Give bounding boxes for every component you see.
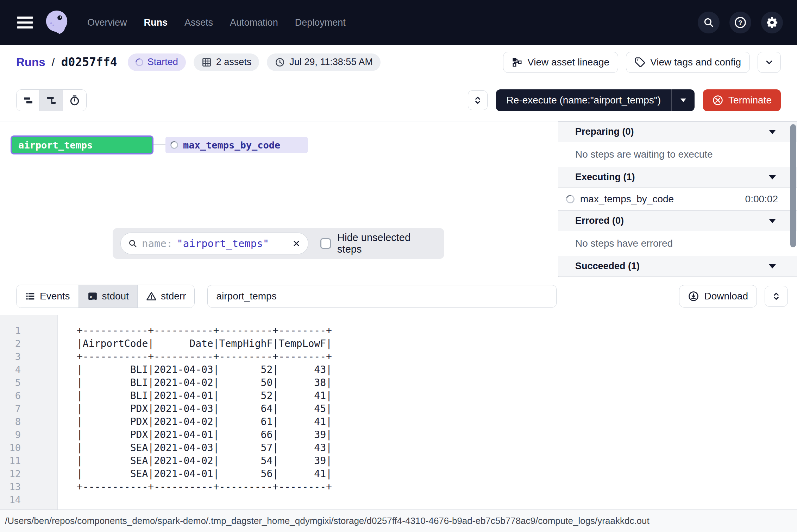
breadcrumb-runs-link[interactable]: Runs <box>16 56 45 69</box>
zoom-fit-button[interactable] <box>468 90 488 110</box>
download-icon <box>688 291 699 302</box>
log-toolbar: Events >_ stdout stderr Download <box>0 277 797 315</box>
spinner-icon <box>134 57 145 68</box>
toolbar-actions: Re-execute (name:"airport_temps") Termin… <box>468 89 781 111</box>
log-line: 9| PDX|2021-04-01| 66| 39| <box>0 428 797 441</box>
log-expand-button[interactable] <box>765 286 788 307</box>
cancel-circle-icon <box>712 95 723 106</box>
view-toggle-group <box>16 89 87 111</box>
tab-stdout[interactable]: >_ stdout <box>79 285 138 308</box>
breadcrumb: Runs / d0257ff4 <box>16 55 117 69</box>
assets-badge[interactable]: 2 assets <box>194 53 259 71</box>
graph-node-max-temps-by-code[interactable]: max_temps_by_code <box>165 137 308 153</box>
log-line: 13+-----------+----------+---------+----… <box>0 480 797 493</box>
settings-button[interactable] <box>761 12 783 33</box>
expand-vertical-icon <box>473 95 483 105</box>
log-viewer: 1+-----------+----------+---------+-----… <box>0 315 797 509</box>
search-icon <box>128 239 138 248</box>
grid-icon <box>201 57 212 68</box>
view-tags-config-button[interactable]: View tags and config <box>626 52 750 73</box>
hide-unselected-checkbox[interactable] <box>320 238 331 249</box>
nav-item-deployment[interactable]: Deployment <box>295 17 346 28</box>
reexecute-button[interactable]: Re-execute (name:"airport_temps") <box>496 89 672 111</box>
step-filter-input[interactable]: name: "airport_temps" <box>120 233 308 254</box>
help-icon: ? <box>734 16 747 29</box>
collapse-triangle-icon <box>769 130 776 134</box>
header-more-button[interactable] <box>758 52 781 73</box>
lineage-icon <box>512 57 522 68</box>
view-toggle-timer[interactable] <box>63 90 86 111</box>
log-line: 11| SEA|2021-04-02| 54| 39| <box>0 454 797 467</box>
terminate-button[interactable]: Terminate <box>703 89 781 111</box>
nav-item-runs[interactable]: Runs <box>144 17 168 28</box>
app-root: Overview Runs Assets Automation Deployme… <box>0 0 797 532</box>
help-button[interactable]: ? <box>729 12 751 33</box>
reexecute-split-button: Re-execute (name:"airport_temps") <box>496 89 695 111</box>
dagster-logo[interactable] <box>43 9 70 36</box>
section-succeeded[interactable]: Succeeded (1) <box>558 256 797 277</box>
nav-actions: ? <box>698 12 783 33</box>
log-line: 12| SEA|2021-04-01| 56| 41| <box>0 467 797 480</box>
section-preparing[interactable]: Preparing (0) <box>558 121 797 142</box>
header-actions: View asset lineage View tags and config <box>503 52 781 73</box>
collapse-triangle-icon <box>769 264 776 268</box>
terminal-icon: >_ <box>87 291 98 302</box>
close-icon <box>292 239 301 248</box>
search-button[interactable] <box>698 12 720 33</box>
chevron-down-icon <box>764 57 774 68</box>
log-line: 10| SEA|2021-04-03| 57| 43| <box>0 441 797 454</box>
view-toggle-waterfall[interactable] <box>40 90 63 111</box>
hamburger-menu-icon[interactable] <box>17 17 33 28</box>
view-asset-lineage-button[interactable]: View asset lineage <box>503 52 618 73</box>
log-toolbar-actions: Download <box>679 285 788 308</box>
filter-query-prefix: name: <box>142 238 172 249</box>
caret-down-icon <box>680 99 686 102</box>
download-button[interactable]: Download <box>679 285 757 308</box>
steps-panel: Preparing (0) No steps are waiting to ex… <box>558 121 797 277</box>
clock-icon <box>275 57 285 68</box>
spinner-icon <box>565 193 576 205</box>
timestamp-badge: Jul 29, 11:38:55 AM <box>267 53 381 71</box>
log-line: 4| BLI|2021-04-03| 52| 43| <box>0 363 797 376</box>
graph-node-airport-temps[interactable]: airport_temps <box>11 135 153 154</box>
preparing-empty-text: No steps are waiting to execute <box>558 142 797 167</box>
hide-unselected-steps: Hide unselected steps <box>320 232 437 255</box>
graph-edge <box>153 144 165 145</box>
steps-panel-scrollbar[interactable] <box>790 124 796 247</box>
search-icon <box>703 17 715 28</box>
section-errored[interactable]: Errored (0) <box>558 210 797 231</box>
log-line: 14 <box>0 493 797 506</box>
nav-item-assets[interactable]: Assets <box>184 17 213 28</box>
run-header: Runs / d0257ff4 Started 2 assets Jul 29,… <box>0 45 797 79</box>
execution-graph: airport_temps max_temps_by_code name: "a… <box>0 121 558 277</box>
stopwatch-icon <box>69 95 80 106</box>
nav-item-automation[interactable]: Automation <box>230 17 278 28</box>
nav-item-overview[interactable]: Overview <box>87 17 127 28</box>
reexecute-dropdown-button[interactable] <box>671 89 695 111</box>
event-list-icon <box>25 291 36 302</box>
clear-filter-button[interactable] <box>292 239 301 248</box>
expand-vertical-icon <box>771 291 781 301</box>
warning-icon <box>146 291 157 302</box>
view-toggle-list[interactable] <box>17 90 40 111</box>
section-executing[interactable]: Executing (1) <box>558 167 797 188</box>
log-line: 2|AirportCode| Date|TempHighF|TempLowF| <box>0 337 797 350</box>
tab-stderr[interactable]: stderr <box>138 285 195 308</box>
breadcrumb-separator: / <box>52 56 55 69</box>
status-badge: Started <box>128 53 186 71</box>
tab-events[interactable]: Events <box>17 285 79 308</box>
run-badges: Started 2 assets Jul 29, 11:38:55 AM <box>128 53 381 71</box>
top-nav: Overview Runs Assets Automation Deployme… <box>0 0 797 45</box>
log-tabs: Events >_ stdout stderr <box>16 285 195 308</box>
run-toolbar: Re-execute (name:"airport_temps") Termin… <box>0 79 797 121</box>
log-file-path: /Users/ben/repos/components_demo/spark-d… <box>5 515 649 526</box>
gantt-waterfall-icon <box>46 95 57 106</box>
nav-links: Overview Runs Assets Automation Deployme… <box>87 17 346 28</box>
log-line: 5| BLI|2021-04-02| 50| 38| <box>0 376 797 389</box>
log-path-footer: /Users/ben/repos/components_demo/spark-d… <box>0 509 797 532</box>
log-step-filter-input[interactable] <box>207 285 557 308</box>
spinner-icon <box>169 140 180 150</box>
log-line: 3+-----------+----------+---------+-----… <box>0 350 797 363</box>
log-line: 8| PDX|2021-04-02| 61| 41| <box>0 415 797 428</box>
executing-step-row[interactable]: max_temps_by_code 0:00:02 <box>558 188 797 210</box>
